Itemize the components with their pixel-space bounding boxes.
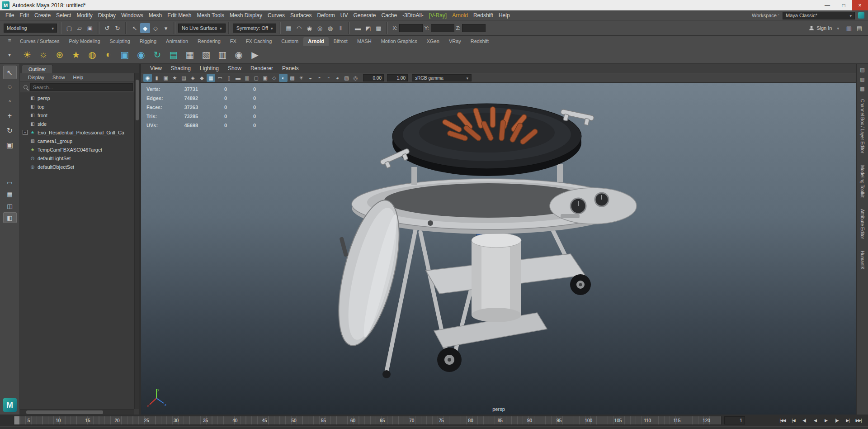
symmetry-dropdown[interactable]: Symmetry: Off (233, 24, 277, 33)
outliner-item[interactable]: ★ TempCamFBXASC046Target (22, 145, 139, 154)
undo-icon[interactable]: ↺ (102, 23, 112, 33)
outliner-menu-item[interactable]: Show (49, 75, 69, 80)
arnold-render-icon[interactable]: ◉ (231, 48, 246, 62)
paint-select-tool[interactable]: ◦ (3, 95, 17, 108)
menu-item[interactable]: Redshift (471, 10, 496, 20)
step-back-frame-button[interactable]: ◀| (799, 416, 809, 424)
snap-to-curves-icon[interactable]: ◠ (294, 23, 304, 33)
expand-toggle[interactable] (23, 95, 28, 100)
close-button[interactable]: × (852, 0, 868, 10)
arnold-volume-icon[interactable]: ▤ (166, 48, 181, 62)
menu-item[interactable]: Mesh Tools (194, 10, 227, 20)
shadows-icon[interactable]: ◒ (306, 74, 315, 82)
renderer-select-icon[interactable]: ◉ (143, 74, 152, 82)
safe-title-icon[interactable]: ▣ (261, 74, 269, 82)
viewport-menu-item[interactable]: Panels (278, 65, 303, 72)
gamma-input[interactable] (387, 74, 408, 81)
redo-icon[interactable]: ↻ (113, 23, 123, 33)
snap-to-points-icon[interactable]: ◉ (304, 23, 314, 33)
sidebar-tab[interactable]: Modeling Toolkit (860, 165, 865, 198)
menu-item[interactable]: Surfaces (288, 10, 314, 20)
save-scene-icon[interactable]: ▣ (85, 23, 95, 33)
four-pane-layout-button[interactable]: ▦ (3, 189, 17, 200)
menu-item[interactable]: Mesh (146, 10, 165, 20)
outliner-horizontal-scrollbar[interactable] (20, 409, 134, 415)
select-tool[interactable]: ↖ (3, 66, 17, 79)
use-all-lights-icon[interactable]: ☀ (297, 74, 306, 82)
shelf-overflow-icon[interactable]: ▾ (4, 52, 15, 58)
x-input[interactable] (399, 24, 423, 32)
viewport-menu-item[interactable]: Show (223, 65, 246, 72)
lock-camera-icon[interactable]: ▮ (152, 74, 161, 82)
tx-manager-icon[interactable]: ▦ (183, 48, 197, 62)
open-scene-icon[interactable]: ▱ (75, 23, 85, 33)
live-surface-dropdown[interactable]: No Live Surface (178, 24, 226, 33)
expand-toggle[interactable] (23, 156, 28, 161)
shaded-icon[interactable]: ◐ (279, 74, 288, 82)
menu-item[interactable]: Windows (118, 10, 146, 20)
gate-mask-icon[interactable]: ▬ (234, 74, 242, 82)
play-backwards-button[interactable]: ◀ (810, 416, 820, 424)
current-frame-input[interactable] (724, 416, 745, 424)
rotate-tool[interactable]: ↻ (3, 124, 17, 137)
shelf-tab[interactable]: Custom (277, 37, 303, 46)
z-input[interactable] (462, 24, 486, 32)
safe-action-icon[interactable]: ▢ (252, 74, 260, 82)
minimize-button[interactable]: — (819, 0, 835, 10)
screenshot-help-icon[interactable]: ▤ (854, 23, 864, 33)
expand-toggle[interactable] (23, 113, 28, 118)
menu-item[interactable]: Display (95, 10, 118, 20)
select-by-object-icon[interactable]: ◆ (140, 23, 150, 33)
menu-item[interactable]: [V-Ray] (426, 10, 449, 20)
step-back-key-button[interactable]: |◀ (788, 416, 798, 424)
exposure-input[interactable] (363, 74, 384, 81)
split-pane-layout-button[interactable]: ◫ (3, 200, 17, 211)
sidebar-tab[interactable]: Attribute Editor (860, 209, 865, 239)
expand-toggle[interactable] (23, 147, 28, 152)
outliner-item[interactable]: ◎ defaultLightSet (22, 154, 139, 162)
update-tx-icon[interactable]: ▧ (199, 48, 213, 62)
shelf-tab[interactable]: Poly Modeling (64, 37, 104, 46)
menu-item[interactable]: Generate (350, 10, 378, 20)
whats-new-highlight-icon[interactable]: ▥ (844, 23, 854, 33)
outliner-item[interactable]: ◧ persp (22, 94, 139, 102)
xray-icon[interactable]: ▧ (342, 74, 351, 82)
viewport-menu-item[interactable]: View (146, 65, 166, 72)
arnold-sphere-icon[interactable]: ◉ (134, 48, 148, 62)
step-forward-key-button[interactable]: ▶| (843, 416, 853, 424)
menu-item[interactable]: Curves (265, 10, 288, 20)
selection-mask-menu-icon[interactable]: ▾ (161, 23, 171, 33)
shelf-tab[interactable]: FX Caching (241, 37, 276, 46)
attribute-editor-toggle-icon[interactable]: ▤ (859, 66, 867, 74)
workspace-icon[interactable] (858, 12, 864, 19)
move-tool[interactable]: + (3, 109, 17, 123)
grease-pencil-icon[interactable]: ◆ (198, 74, 206, 82)
shelf-tab[interactable]: Redshift (466, 37, 493, 46)
anti-alias-icon[interactable]: ◕ (333, 74, 342, 82)
shelf-tab[interactable]: VRay (444, 37, 466, 46)
menu-set-dropdown[interactable]: Modeling (4, 24, 57, 33)
menu-item[interactable]: Help (496, 10, 513, 20)
menu-item[interactable]: Mesh Display (227, 10, 265, 20)
select-by-hierarchy-icon[interactable]: ↖ (130, 23, 140, 33)
camera-attributes-icon[interactable]: ▣ (161, 74, 170, 82)
make-live-icon[interactable]: ◍ (325, 23, 335, 33)
menu-item[interactable]: Cache (378, 10, 400, 20)
grill-3d-model[interactable] (141, 83, 856, 415)
menu-item[interactable]: Edit Mesh (165, 10, 194, 20)
outliner-item[interactable]: ◧ front (22, 111, 139, 119)
scale-tool[interactable]: ▣ (3, 138, 17, 152)
shelf-tab[interactable]: XGen (422, 37, 444, 46)
shelf-tab[interactable]: Animation (161, 37, 193, 46)
outliner-item[interactable]: ◧ side (22, 119, 139, 128)
outliner-item[interactable]: ◧ top (22, 102, 139, 111)
scrollbar-thumb[interactable] (136, 80, 139, 120)
image-plane-icon[interactable]: ▤ (179, 74, 188, 82)
two-d-pan-zoom-icon[interactable]: ◈ (189, 74, 197, 82)
outliner-menu-item[interactable]: Help (70, 75, 87, 80)
menu-item[interactable]: Edit (17, 10, 32, 20)
shelf-tab[interactable]: Sculpting (105, 37, 135, 46)
shelf-tab[interactable]: Bifrost (329, 37, 352, 46)
menu-item[interactable]: -3DtoAll- (400, 10, 426, 20)
render-settings-icon[interactable]: ▩ (373, 23, 383, 33)
